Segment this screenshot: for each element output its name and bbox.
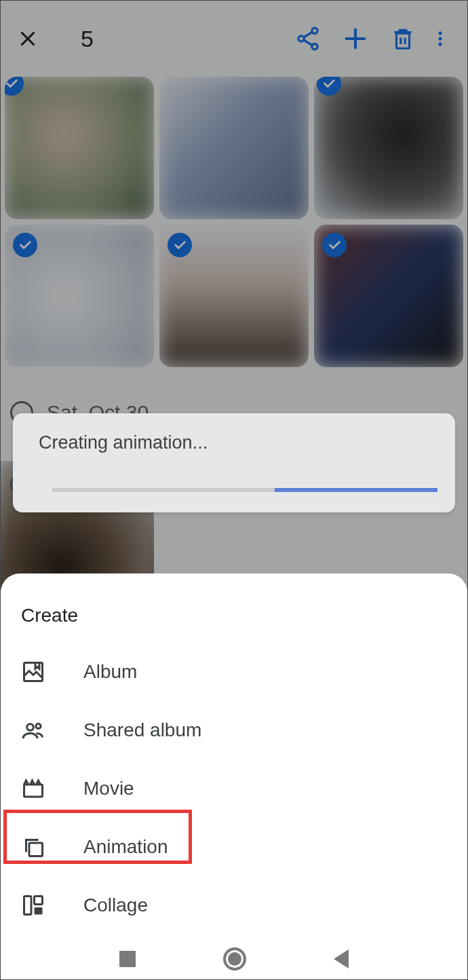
svg-rect-13: [24, 897, 32, 915]
nav-recents-button[interactable]: [119, 951, 136, 967]
sheet-title: Create: [1, 605, 467, 643]
sheet-item-label: Album: [83, 661, 137, 683]
album-icon: [21, 660, 45, 684]
sheet-item-shared-album[interactable]: Shared album: [1, 701, 467, 759]
svg-point-9: [27, 724, 34, 731]
animation-icon: [21, 835, 45, 859]
svg-point-10: [36, 723, 41, 728]
toast-message: Creating animation...: [39, 432, 429, 453]
sheet-item-collage[interactable]: Collage: [1, 876, 467, 935]
system-nav-bar: [1, 939, 467, 979]
progress-toast: Creating animation...: [13, 413, 455, 512]
nav-back-button[interactable]: [334, 949, 349, 968]
collage-icon: [21, 893, 45, 918]
sheet-item-label: Collage: [83, 894, 148, 916]
progress-bar: [275, 488, 437, 492]
svg-rect-14: [35, 897, 43, 905]
sheet-item-label: Movie: [83, 778, 134, 799]
movie-icon: [21, 776, 45, 801]
shared-album-icon: [21, 718, 45, 742]
sheet-item-animation[interactable]: Animation: [1, 818, 467, 876]
svg-rect-15: [35, 907, 43, 915]
sheet-item-album[interactable]: Album: [1, 643, 467, 701]
device-frame: 5 Sat, Oct 30: [0, 0, 468, 980]
svg-rect-11: [24, 785, 43, 797]
sheet-item-label: Shared album: [83, 719, 201, 741]
nav-home-button[interactable]: [223, 947, 246, 970]
sheet-item-movie[interactable]: Movie: [1, 759, 467, 818]
svg-rect-12: [29, 843, 43, 856]
create-bottom-sheet: Create Album Shared album Movie Animatio…: [1, 573, 467, 939]
sheet-item-label: Animation: [83, 836, 168, 858]
